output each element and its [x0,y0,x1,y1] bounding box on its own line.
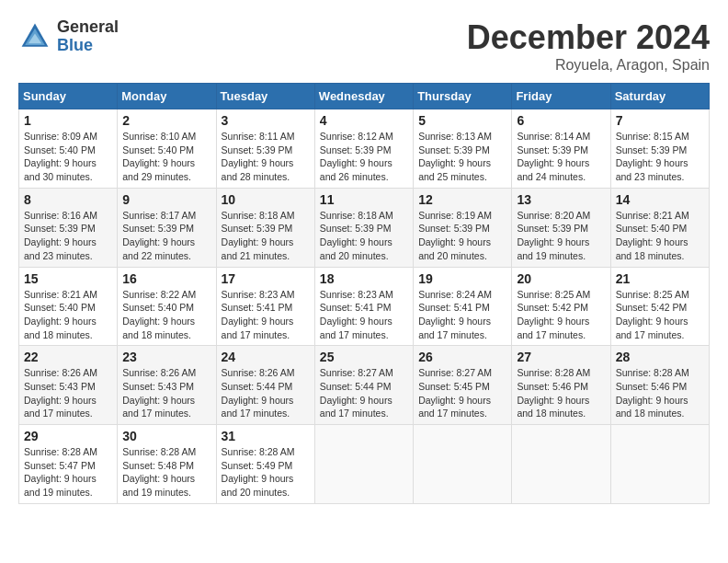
day-info: and 17 minutes. [24,407,112,420]
table-row: 21Sunrise: 8:25 AMSunset: 5:42 PMDayligh… [610,267,709,346]
table-row [610,425,709,504]
day-info: and 23 minutes. [616,170,704,184]
calendar-table: Sunday Monday Tuesday Wednesday Thursday… [18,83,710,504]
day-info: Sunset: 5:39 PM [517,144,605,157]
day-info: Sunset: 5:45 PM [418,380,506,394]
day-info: Daylight: 9 hours [222,315,310,328]
table-row: 23Sunrise: 8:26 AMSunset: 5:43 PMDayligh… [118,346,216,425]
day-info: and 17 minutes. [320,407,408,420]
day-info: Daylight: 9 hours [122,156,210,170]
day-info: Daylight: 9 hours [517,236,605,249]
day-info: Daylight: 9 hours [320,156,408,170]
col-friday: Friday [512,84,610,109]
table-row: 7Sunrise: 8:15 AMSunset: 5:39 PMDaylight… [610,109,709,189]
day-info: Sunrise: 8:11 AM [222,130,310,144]
day-info: and 17 minutes. [517,328,605,342]
day-info: Sunset: 5:41 PM [222,301,310,315]
day-info: and 20 minutes. [320,249,408,263]
table-row: 1Sunrise: 8:09 AMSunset: 5:40 PMDaylight… [19,109,118,189]
day-info: Sunrise: 8:19 AM [418,209,506,223]
day-number: 22 [24,350,112,364]
col-wednesday: Wednesday [314,84,413,109]
day-info: and 28 minutes. [222,170,310,184]
col-monday: Monday [118,84,216,109]
day-info: Daylight: 9 hours [320,236,408,249]
logo-general-text: General [57,18,119,37]
day-info: Daylight: 9 hours [24,394,112,408]
day-info: and 21 minutes. [222,249,310,263]
day-info: and 17 minutes. [122,407,210,420]
day-info: Sunrise: 8:26 AM [24,366,112,380]
day-info: Daylight: 9 hours [222,472,310,486]
day-info: Sunrise: 8:28 AM [122,445,210,459]
day-number: 11 [320,192,408,207]
day-info: Sunrise: 8:23 AM [320,288,408,302]
day-info: and 23 minutes. [24,249,112,263]
day-number: 6 [517,113,605,128]
day-info: Sunrise: 8:10 AM [122,130,210,144]
table-row: 2Sunrise: 8:10 AMSunset: 5:40 PMDaylight… [118,109,216,189]
table-row [512,425,610,504]
calendar-week-row: 1Sunrise: 8:09 AMSunset: 5:40 PMDaylight… [19,109,710,189]
day-number: 16 [122,271,210,286]
day-number: 14 [616,192,704,207]
day-info: Sunset: 5:39 PM [418,144,506,157]
day-info: and 19 minutes. [517,249,605,263]
day-info: Sunrise: 8:23 AM [222,288,310,302]
day-info: Sunset: 5:40 PM [122,301,210,315]
day-info: Sunrise: 8:17 AM [122,209,210,223]
day-info: Daylight: 9 hours [24,236,112,249]
day-number: 15 [24,271,112,286]
table-row: 20Sunrise: 8:25 AMSunset: 5:42 PMDayligh… [512,267,610,346]
day-info: Sunrise: 8:12 AM [320,130,408,144]
day-number: 23 [122,350,210,364]
table-row: 10Sunrise: 8:18 AMSunset: 5:39 PMDayligh… [216,188,314,267]
day-info: Daylight: 9 hours [222,236,310,249]
day-info: Sunset: 5:42 PM [517,301,605,315]
day-info: Sunset: 5:39 PM [24,222,112,236]
day-number: 3 [222,113,310,128]
day-info: and 17 minutes. [616,328,704,342]
table-row: 28Sunrise: 8:28 AMSunset: 5:46 PMDayligh… [610,346,709,425]
day-number: 25 [320,350,408,364]
day-number: 2 [122,113,210,128]
day-info: Sunset: 5:46 PM [616,380,704,394]
table-row: 24Sunrise: 8:26 AMSunset: 5:44 PMDayligh… [216,346,314,425]
day-info: Sunrise: 8:26 AM [222,366,310,380]
day-number: 13 [517,192,605,207]
calendar-header-row: Sunday Monday Tuesday Wednesday Thursday… [19,84,710,109]
day-info: and 18 minutes. [616,407,704,420]
day-number: 9 [122,192,210,207]
day-info: Sunrise: 8:16 AM [24,209,112,223]
day-info: Sunrise: 8:13 AM [418,130,506,144]
table-row: 18Sunrise: 8:23 AMSunset: 5:41 PMDayligh… [314,267,413,346]
day-number: 21 [616,271,704,286]
page-header: General Blue December 2024 Royuela, Arag… [18,18,710,74]
table-row: 25Sunrise: 8:27 AMSunset: 5:44 PMDayligh… [314,346,413,425]
day-info: Sunrise: 8:18 AM [222,209,310,223]
day-info: Sunset: 5:46 PM [517,380,605,394]
logo-text: General Blue [57,18,119,55]
day-info: Daylight: 9 hours [418,156,506,170]
table-row: 6Sunrise: 8:14 AMSunset: 5:39 PMDaylight… [512,109,610,189]
day-number: 28 [616,350,704,364]
table-row: 13Sunrise: 8:20 AMSunset: 5:39 PMDayligh… [512,188,610,267]
day-number: 19 [418,271,506,286]
day-number: 17 [222,271,310,286]
day-info: and 17 minutes. [418,407,506,420]
day-info: Sunset: 5:48 PM [122,459,210,473]
day-info: Daylight: 9 hours [418,236,506,249]
day-info: and 17 minutes. [222,328,310,342]
table-row: 17Sunrise: 8:23 AMSunset: 5:41 PMDayligh… [216,267,314,346]
day-info: Sunrise: 8:27 AM [320,366,408,380]
day-info: Sunset: 5:39 PM [320,144,408,157]
calendar-week-row: 22Sunrise: 8:26 AMSunset: 5:43 PMDayligh… [19,346,710,425]
day-info: Daylight: 9 hours [222,156,310,170]
table-row: 19Sunrise: 8:24 AMSunset: 5:41 PMDayligh… [414,267,512,346]
day-info: Sunrise: 8:25 AM [616,288,704,302]
day-info: Sunset: 5:43 PM [122,380,210,394]
day-info: Daylight: 9 hours [320,394,408,408]
table-row: 26Sunrise: 8:27 AMSunset: 5:45 PMDayligh… [414,346,512,425]
day-info: Sunset: 5:39 PM [222,222,310,236]
day-info: Sunrise: 8:20 AM [517,209,605,223]
